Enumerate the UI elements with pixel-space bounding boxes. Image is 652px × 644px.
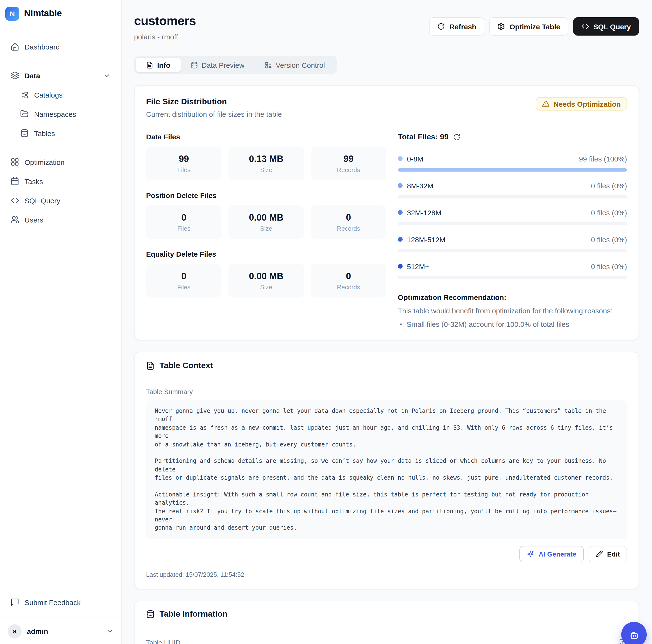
stat-label: Files xyxy=(177,283,191,291)
bucket-dot xyxy=(398,210,403,215)
pencil-icon xyxy=(596,551,603,558)
tab-data-preview[interactable]: Data Preview xyxy=(181,58,254,72)
edit-button[interactable]: Edit xyxy=(588,546,627,562)
bullet-glyph: • xyxy=(400,320,402,328)
brand: N Nimtable xyxy=(0,0,121,27)
group-title: Equality Delete Files xyxy=(146,250,386,258)
bucket-range: 32M-128M xyxy=(407,208,441,216)
user-name: admin xyxy=(27,627,101,635)
needs-optimization-badge: Needs Optimization xyxy=(536,97,627,110)
sidebar-nav: Dashboard Data Catalogs xyxy=(0,27,121,593)
refresh-label: Refresh xyxy=(450,22,477,30)
tab-version-control[interactable]: Version Control xyxy=(254,58,335,72)
database-icon xyxy=(191,61,198,69)
page-header: customers polaris - rmoff Refresh xyxy=(134,14,639,41)
home-icon xyxy=(10,42,19,51)
refresh-icon[interactable] xyxy=(453,133,460,140)
refresh-button[interactable]: Refresh xyxy=(429,17,485,35)
calendar-icon xyxy=(10,177,19,186)
submit-feedback-button[interactable]: Submit Feedback xyxy=(6,593,115,612)
sidebar-item-label: Data xyxy=(25,71,40,80)
card-title: Table Information xyxy=(160,610,227,619)
total-files-label: Total Files: 99 xyxy=(398,133,449,141)
badge-label: Needs Optimization xyxy=(553,100,621,108)
bucket-512m-plus: 512M+ 0 files (0%) xyxy=(398,262,627,279)
stat-size: 0.00 MB Size xyxy=(228,205,304,239)
stat-value: 0.00 MB xyxy=(249,271,283,281)
file-text-icon xyxy=(146,361,155,370)
tab-label: Version Control xyxy=(276,61,325,69)
stat-records: 99 Records xyxy=(310,146,386,180)
bucket-dot xyxy=(398,156,403,161)
robot-icon xyxy=(628,628,640,641)
optimize-table-button[interactable]: Optimize Table xyxy=(489,17,568,35)
sidebar: N Nimtable Dashboard Data xyxy=(0,0,121,644)
sidebar-item-tables[interactable]: Tables xyxy=(16,124,115,143)
stat-files: 0 Files xyxy=(146,264,222,297)
group-title: Position Delete Files xyxy=(146,191,386,199)
chevron-down-icon xyxy=(106,627,113,635)
bucket-bar xyxy=(398,249,627,252)
card-subtitle: Current distribution of file sizes in th… xyxy=(146,110,282,118)
bucket-bar xyxy=(398,222,627,225)
stat-label: Records xyxy=(337,225,360,232)
tab-label: Info xyxy=(157,61,170,69)
stat-label: Files xyxy=(177,166,191,173)
sidebar-item-users[interactable]: Users xyxy=(6,210,115,229)
stat-label: Records xyxy=(337,166,360,173)
stat-label: Size xyxy=(260,166,272,173)
sidebar-item-data[interactable]: Data xyxy=(6,66,115,85)
chevron-down-icon[interactable] xyxy=(103,72,110,79)
message-square-icon xyxy=(10,598,19,607)
table-uuid-field: Table UUID ce7ae9cb-24e8-4f56-af99-8d829… xyxy=(146,639,627,644)
card-title: Table Context xyxy=(160,361,213,370)
header-actions: Refresh Optimize Table SQL Query xyxy=(429,17,639,35)
app-window: N Nimtable Dashboard Data xyxy=(0,0,652,644)
stat-files: 0 Files xyxy=(146,205,222,239)
sidebar-item-tasks[interactable]: Tasks xyxy=(6,171,115,191)
optimize-table-label: Optimize Table xyxy=(510,22,560,30)
warning-triangle-icon xyxy=(542,100,550,108)
stat-value: 0.00 MB xyxy=(249,212,283,223)
bucket-128m-512m: 128M-512M 0 files (0%) xyxy=(398,235,627,252)
sidebar-item-label: Users xyxy=(25,216,43,224)
ai-generate-label: AI Generate xyxy=(539,550,576,558)
page-title: customers xyxy=(134,14,196,28)
tab-info[interactable]: Info xyxy=(136,58,181,72)
stat-files: 99 Files xyxy=(146,146,222,180)
layers-icon xyxy=(10,71,19,80)
sidebar-item-label: Tables xyxy=(34,129,55,137)
bucket-count: 0 files (0%) xyxy=(591,208,627,216)
user-menu[interactable]: a admin xyxy=(0,618,121,644)
position-delete-files-group: Position Delete Files 0 Files 0.00 MB Si… xyxy=(146,191,386,239)
bucket-bar xyxy=(398,276,627,279)
bucket-range: 128M-512M xyxy=(407,235,445,243)
sidebar-item-optimization[interactable]: Optimization xyxy=(6,152,115,171)
sidebar-item-label: SQL Query xyxy=(25,196,60,205)
sparkles-icon xyxy=(526,550,534,558)
avatar: a xyxy=(8,624,22,638)
last-updated: Last updated: 15/07/2025, 11:54:52 xyxy=(146,571,627,578)
sidebar-item-namespaces[interactable]: Namespaces xyxy=(16,104,115,124)
table-context-card: Table Context Table Summary Never gonna … xyxy=(134,352,639,589)
ai-generate-button[interactable]: AI Generate xyxy=(519,546,583,562)
field-label: Table UUID xyxy=(146,639,181,644)
layout-list-icon xyxy=(265,61,272,69)
database-icon xyxy=(146,610,155,619)
refresh-icon xyxy=(437,23,445,30)
sidebar-item-sql-query[interactable]: SQL Query xyxy=(6,191,115,210)
edit-label: Edit xyxy=(607,550,620,558)
code-icon xyxy=(10,196,19,205)
sql-query-button[interactable]: SQL Query xyxy=(573,17,639,35)
bucket-bar xyxy=(398,195,627,198)
sidebar-item-catalogs[interactable]: Catalogs xyxy=(16,85,115,104)
table-summary-label: Table Summary xyxy=(146,388,627,396)
breadcrumb: polaris - rmoff xyxy=(134,33,196,41)
stat-records: 0 Records xyxy=(310,264,386,297)
bucket-count: 0 files (0%) xyxy=(591,235,627,243)
sidebar-item-dashboard[interactable]: Dashboard xyxy=(6,37,115,56)
bucket-bar xyxy=(398,168,627,171)
stat-value: 99 xyxy=(179,154,189,164)
file-size-distribution-card: File Size Distribution Current distribut… xyxy=(134,85,639,340)
stat-value: 0 xyxy=(346,271,351,281)
